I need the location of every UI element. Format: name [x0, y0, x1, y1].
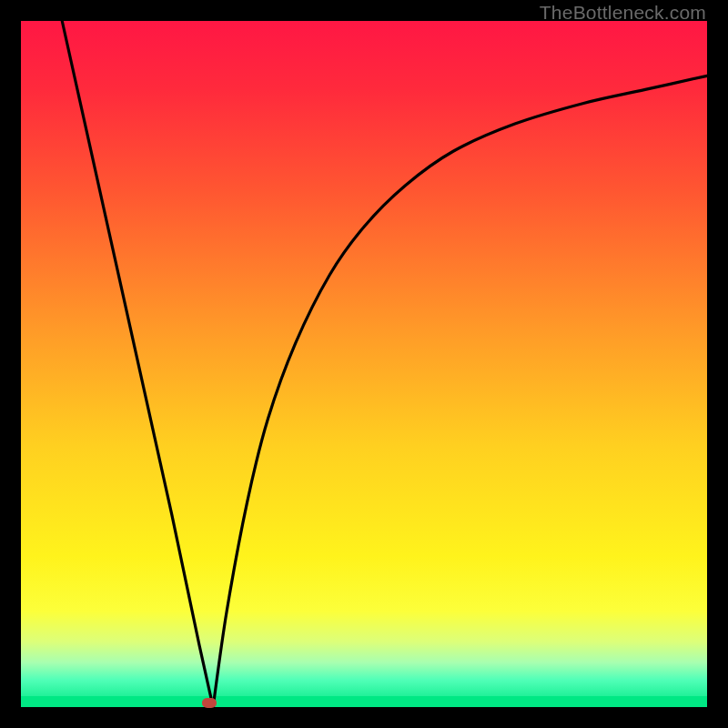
bottleneck-curve — [21, 21, 707, 707]
chart-frame: TheBottleneck.com — [0, 0, 728, 728]
plot-area — [21, 21, 707, 707]
watermark-label: TheBottleneck.com — [540, 2, 706, 24]
